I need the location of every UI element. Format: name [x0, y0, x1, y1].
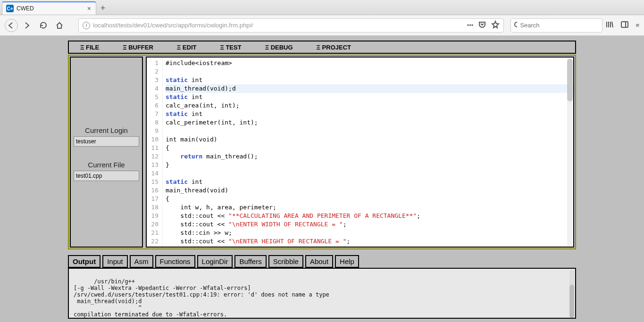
line-number: 11	[147, 144, 159, 152]
reload-button[interactable]	[37, 19, 50, 32]
tab-scribble[interactable]: Scribble	[268, 255, 303, 268]
line-number: 7	[147, 110, 159, 118]
output-scroll-thumb[interactable]	[569, 285, 574, 318]
line-number: 8	[147, 118, 159, 127]
tab-functions[interactable]: Functions	[155, 255, 195, 268]
code-line[interactable]: static int	[166, 110, 573, 118]
tab-about[interactable]: About	[305, 255, 333, 268]
tab-buffers[interactable]: Buffers	[234, 255, 266, 268]
star-icon	[491, 20, 500, 29]
code-line[interactable]	[166, 127, 573, 135]
code-line[interactable]: static int	[166, 93, 573, 101]
home-button[interactable]	[53, 19, 66, 32]
code-area[interactable]: #include<iostream>static intmain_thread(…	[163, 58, 573, 247]
tab-title: CWED	[17, 5, 84, 12]
code-line[interactable]: std::cout << "\nENTER WIDTH OF RECTANGLE…	[166, 220, 573, 229]
line-number: 13	[147, 161, 159, 169]
line-number: 10	[147, 135, 159, 144]
line-number: 17	[147, 195, 159, 203]
code-line[interactable]: {	[166, 144, 573, 152]
menu-edit[interactable]: Ξ EDIT	[177, 44, 197, 51]
line-number: 18	[147, 203, 159, 212]
editor-scroll-thumb[interactable]	[567, 59, 573, 101]
code-line[interactable]: #include<iostream>	[166, 59, 573, 67]
code-line[interactable]	[166, 169, 573, 178]
tab-logindir[interactable]: LoginDir	[197, 255, 233, 268]
tab-input[interactable]: Input	[102, 255, 127, 268]
tab-output[interactable]: Output	[68, 255, 100, 268]
search-input[interactable]	[520, 22, 599, 29]
browser-toolbar: i localhost/tests/dev01/cwed/src/app/for…	[0, 15, 644, 36]
menu-debug[interactable]: Ξ DEBUG	[265, 44, 293, 51]
line-number: 9	[147, 127, 159, 135]
line-number: 22	[147, 237, 159, 246]
current-login-input[interactable]	[74, 136, 139, 147]
code-line[interactable]: }	[166, 161, 573, 169]
menu-file[interactable]: Ξ FILE	[80, 44, 99, 51]
new-tab-button[interactable]: +	[96, 1, 109, 15]
pocket-svg-icon	[478, 20, 486, 29]
output-panel[interactable]: /usr/bin/g++ [-g -Wall -Wextra -Wpedanti…	[68, 268, 576, 319]
line-number: 1	[147, 59, 159, 67]
code-line[interactable]	[166, 67, 573, 76]
sidebar-icon[interactable]	[620, 20, 629, 30]
page-actions-icon[interactable]: •••	[467, 22, 474, 29]
code-line[interactable]: static int	[166, 76, 573, 84]
sidebar-svg-icon	[620, 20, 629, 29]
browser-tab-strip: C+ CWED × +	[0, 0, 644, 15]
line-number: 4	[147, 84, 159, 93]
back-button[interactable]	[5, 19, 18, 32]
code-line[interactable]: {	[166, 195, 573, 203]
line-number: 15	[147, 178, 159, 186]
code-line[interactable]: main_thread(void);d	[166, 84, 573, 93]
line-number: 5	[147, 93, 159, 101]
library-icon[interactable]	[605, 20, 614, 30]
pocket-icon[interactable]	[478, 20, 486, 30]
svg-rect-1	[621, 22, 628, 27]
app-menu-button[interactable]: ≡	[636, 22, 639, 29]
url-text: localhost/tests/dev01/cwed/src/app/forms…	[93, 22, 464, 29]
browser-tab[interactable]: C+ CWED ×	[2, 1, 96, 15]
menu-buffer[interactable]: Ξ BUFFER	[123, 44, 153, 51]
workspace: Current Login Current File 1234567891011…	[68, 55, 576, 249]
menu-project[interactable]: Ξ PROJECT	[317, 44, 351, 51]
code-line[interactable]: std::cin >> w;	[166, 229, 573, 237]
arrow-left-icon	[7, 21, 16, 30]
cwed-app: Ξ FILE Ξ BUFFER Ξ EDIT Ξ TEST Ξ DEBUG Ξ …	[68, 41, 576, 317]
site-info-icon[interactable]: i	[83, 22, 90, 29]
line-number: 6	[147, 101, 159, 110]
current-file-input[interactable]	[74, 171, 139, 181]
line-number-gutter: 12345678910111213141516171819202122	[147, 58, 163, 247]
output-scrollbar[interactable]	[569, 270, 574, 317]
line-number: 16	[147, 186, 159, 195]
menu-test[interactable]: Ξ TEST	[220, 44, 241, 51]
tab-close-icon[interactable]: ×	[87, 5, 91, 12]
current-login-label: Current Login	[85, 126, 128, 134]
url-bar[interactable]: i localhost/tests/dev01/cwed/src/app/for…	[78, 18, 504, 33]
left-panel: Current Login Current File	[70, 57, 143, 248]
bottom-tabs: Output Input Asm Functions LoginDir Buff…	[68, 255, 576, 268]
page-background: Ξ FILE Ξ BUFFER Ξ EDIT Ξ TEST Ξ DEBUG Ξ …	[0, 36, 644, 322]
code-line[interactable]: main_thread(void)	[166, 186, 573, 195]
reload-icon	[39, 21, 48, 30]
code-line[interactable]: calc_area(int, int);	[166, 101, 573, 110]
editor-scrollbar[interactable]	[567, 58, 573, 246]
tab-asm[interactable]: Asm	[130, 255, 153, 268]
bookmark-star-icon[interactable]	[491, 20, 500, 30]
arrow-right-icon	[23, 21, 32, 30]
search-box[interactable]	[510, 18, 602, 33]
code-line[interactable]: static int	[166, 178, 573, 186]
code-line[interactable]: std::cout << "**CALCULATING AREA AND PER…	[166, 212, 573, 220]
line-number: 2	[147, 67, 159, 76]
line-number: 19	[147, 212, 159, 220]
code-editor[interactable]: 12345678910111213141516171819202122 #inc…	[146, 57, 574, 248]
code-line[interactable]: calc_perimeter(int, int);	[166, 118, 573, 127]
code-line[interactable]: int w, h, area, perimeter;	[166, 203, 573, 212]
code-line[interactable]: return main_thread();	[166, 152, 573, 161]
tab-help[interactable]: Help	[335, 255, 359, 268]
current-file-label: Current File	[88, 161, 125, 169]
code-line[interactable]: int main(void)	[166, 135, 573, 144]
code-line[interactable]: std::cout << "\nENTER HEIGHT OF RECTANGL…	[166, 237, 573, 246]
line-number: 20	[147, 220, 159, 229]
menubar: Ξ FILE Ξ BUFFER Ξ EDIT Ξ TEST Ξ DEBUG Ξ …	[68, 41, 576, 54]
